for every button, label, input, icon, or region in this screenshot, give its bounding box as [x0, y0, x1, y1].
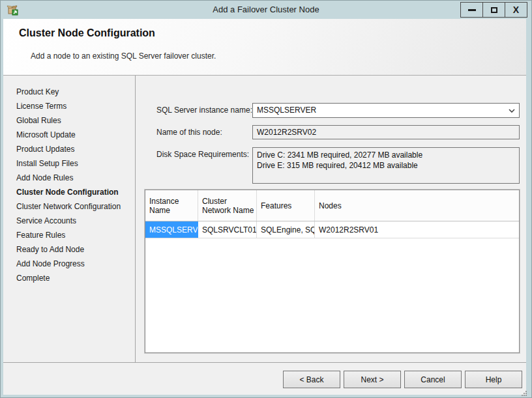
window-title: Add a Failover Cluster Node: [1, 1, 531, 19]
disk-space-line-e: Drive E: 315 MB required, 20412 MB avail…: [257, 160, 515, 171]
sidebar-item-cluster-network-configuration: Cluster Network Configuration: [3, 199, 135, 214]
table-row[interactable]: MSSQLSERVER SQLSRVCLT01 SQLEngine, SQ...…: [145, 221, 519, 238]
close-button[interactable]: X: [505, 2, 527, 18]
sidebar-item-feature-rules: Feature Rules: [3, 228, 135, 242]
sidebar-item-global-rules: Global Rules: [3, 113, 135, 128]
button-bar: < Back Next > Cancel Help: [3, 362, 526, 395]
instance-name-value: MSSQLSERVER: [257, 104, 316, 117]
cancel-button[interactable]: Cancel: [404, 371, 462, 388]
column-header-instance-name: Instance Name: [145, 190, 198, 221]
maximize-icon: [491, 7, 497, 13]
sidebar-item-microsoft-update: Microsoft Update: [3, 128, 135, 142]
minimize-button[interactable]: [460, 2, 483, 18]
resize-grip-icon[interactable]: [522, 391, 523, 392]
cell-nodes[interactable]: W2012R2SRV01: [315, 221, 519, 238]
help-button[interactable]: Help: [465, 371, 522, 388]
column-header-nodes: Nodes: [315, 190, 519, 221]
title-bar: Add a Failover Cluster Node X: [1, 1, 531, 19]
cell-cluster-network-name[interactable]: SQLSRVCLT01: [198, 221, 257, 238]
sidebar-item-install-setup-files: Install Setup Files: [3, 156, 135, 171]
wizard-steps-sidebar: Product Key License Terms Global Rules M…: [3, 76, 136, 362]
close-icon: X: [513, 5, 519, 14]
back-button[interactable]: < Back: [283, 371, 340, 388]
sidebar-item-product-updates: Product Updates: [3, 142, 135, 156]
disk-space-line-c: Drive C: 2341 MB required, 20277 MB avai…: [257, 150, 515, 160]
dialog-surface: Cluster Node Configuration Add a node to…: [3, 19, 526, 395]
sidebar-item-add-node-rules: Add Node Rules: [3, 171, 135, 185]
dialog-body: Product Key License Terms Global Rules M…: [3, 76, 526, 362]
cluster-instances-grid: Instance Name Cluster Network Name Featu…: [145, 190, 520, 353]
page-title: Cluster Node Configuration: [19, 27, 155, 39]
sidebar-item-service-accounts: Service Accounts: [3, 214, 135, 228]
wizard-window: Add a Failover Cluster Node X Cluster No…: [0, 0, 532, 398]
window-controls: X: [461, 2, 527, 18]
sidebar-item-ready-to-add-node: Ready to Add Node: [3, 242, 135, 257]
disk-space-label: Disk Space Requirements:: [156, 150, 249, 159]
page-header: Cluster Node Configuration Add a node to…: [3, 19, 526, 76]
node-name-field: W2012R2SRV02: [252, 125, 520, 139]
maximize-button[interactable]: [482, 2, 505, 18]
column-header-features: Features: [257, 190, 315, 221]
instance-name-combobox[interactable]: MSSQLSERVER: [252, 103, 520, 118]
grid-header-row: Instance Name Cluster Network Name Featu…: [145, 190, 519, 221]
cell-instance-name[interactable]: MSSQLSERVER: [145, 221, 198, 238]
content-pane: SQL Server instance name: MSSQLSERVER Na…: [136, 76, 526, 362]
next-button[interactable]: Next >: [344, 371, 401, 388]
disk-space-requirements-box: Drive C: 2341 MB required, 20277 MB avai…: [252, 147, 520, 184]
minimize-icon: [468, 9, 476, 11]
page-subtitle: Add a node to an existing SQL Server fai…: [31, 51, 216, 61]
sidebar-item-product-key: Product Key: [3, 85, 135, 99]
column-header-cluster-network-name: Cluster Network Name: [198, 190, 257, 221]
node-name-label: Name of this node:: [156, 128, 222, 137]
cell-features[interactable]: SQLEngine, SQ...: [257, 221, 315, 238]
sidebar-item-license-terms: License Terms: [3, 99, 135, 113]
sidebar-item-cluster-node-configuration: Cluster Node Configuration: [3, 185, 135, 199]
sidebar-item-add-node-progress: Add Node Progress: [3, 257, 135, 271]
sidebar-item-complete: Complete: [3, 271, 135, 285]
instance-name-label: SQL Server instance name:: [156, 106, 252, 115]
chevron-down-icon: [506, 104, 518, 117]
